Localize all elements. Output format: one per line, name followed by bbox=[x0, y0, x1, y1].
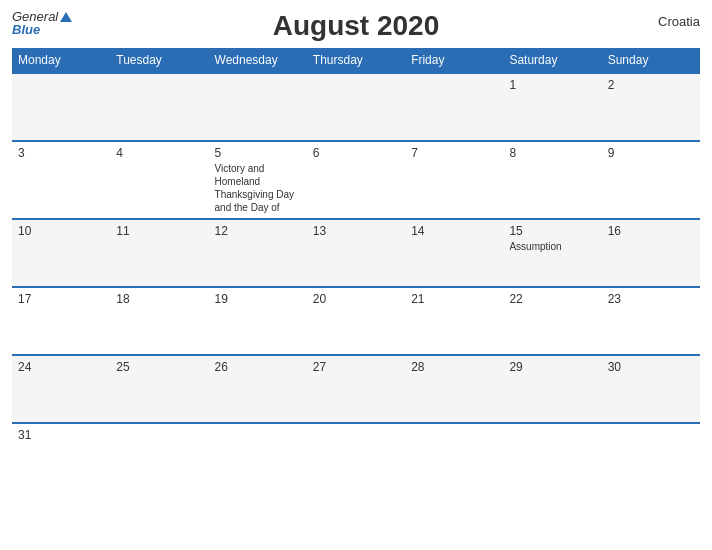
day-number: 28 bbox=[411, 360, 497, 374]
table-row: 31 bbox=[12, 423, 110, 491]
table-row bbox=[12, 73, 110, 141]
day-number: 7 bbox=[411, 146, 497, 160]
day-number: 12 bbox=[215, 224, 301, 238]
table-row bbox=[209, 73, 307, 141]
day-number: 9 bbox=[608, 146, 694, 160]
table-row bbox=[209, 423, 307, 491]
table-row bbox=[307, 423, 405, 491]
day-number: 30 bbox=[608, 360, 694, 374]
table-row: 6 bbox=[307, 141, 405, 219]
table-row: 17 bbox=[12, 287, 110, 355]
table-row: 29 bbox=[503, 355, 601, 423]
table-row: 5Victory and Homeland Thanksgiving Day a… bbox=[209, 141, 307, 219]
day-number: 27 bbox=[313, 360, 399, 374]
day-number: 31 bbox=[18, 428, 104, 442]
logo-blue-text: Blue bbox=[12, 23, 72, 36]
table-row: 16 bbox=[602, 219, 700, 287]
event-text: Victory and Homeland Thanksgiving Day an… bbox=[215, 162, 301, 214]
table-row bbox=[503, 423, 601, 491]
table-row: 4 bbox=[110, 141, 208, 219]
header-tuesday: Tuesday bbox=[110, 48, 208, 73]
table-row: 13 bbox=[307, 219, 405, 287]
day-number: 8 bbox=[509, 146, 595, 160]
table-row bbox=[405, 423, 503, 491]
table-row: 12 bbox=[209, 219, 307, 287]
day-number: 1 bbox=[509, 78, 595, 92]
header-saturday: Saturday bbox=[503, 48, 601, 73]
day-number: 22 bbox=[509, 292, 595, 306]
calendar-week-row: 12 bbox=[12, 73, 700, 141]
table-row: 14 bbox=[405, 219, 503, 287]
table-row: 30 bbox=[602, 355, 700, 423]
header-wednesday: Wednesday bbox=[209, 48, 307, 73]
table-row: 7 bbox=[405, 141, 503, 219]
table-row bbox=[602, 423, 700, 491]
day-number: 15 bbox=[509, 224, 595, 238]
table-row: 2 bbox=[602, 73, 700, 141]
country-label: Croatia bbox=[658, 14, 700, 29]
table-row: 3 bbox=[12, 141, 110, 219]
calendar-week-row: 345Victory and Homeland Thanksgiving Day… bbox=[12, 141, 700, 219]
table-row: 11 bbox=[110, 219, 208, 287]
day-number: 19 bbox=[215, 292, 301, 306]
month-title: August 2020 bbox=[273, 10, 440, 42]
calendar-week-row: 24252627282930 bbox=[12, 355, 700, 423]
table-row: 27 bbox=[307, 355, 405, 423]
day-number: 29 bbox=[509, 360, 595, 374]
day-number: 6 bbox=[313, 146, 399, 160]
table-row: 9 bbox=[602, 141, 700, 219]
day-number: 23 bbox=[608, 292, 694, 306]
table-row: 22 bbox=[503, 287, 601, 355]
day-number: 14 bbox=[411, 224, 497, 238]
table-row: 25 bbox=[110, 355, 208, 423]
table-row: 28 bbox=[405, 355, 503, 423]
table-row: 19 bbox=[209, 287, 307, 355]
calendar-container: General Blue August 2020 Croatia Monday … bbox=[0, 0, 712, 550]
day-number: 5 bbox=[215, 146, 301, 160]
logo-triangle-icon bbox=[60, 12, 72, 22]
header-friday: Friday bbox=[405, 48, 503, 73]
table-row: 1 bbox=[503, 73, 601, 141]
table-row: 24 bbox=[12, 355, 110, 423]
day-number: 11 bbox=[116, 224, 202, 238]
day-number: 24 bbox=[18, 360, 104, 374]
table-row: 10 bbox=[12, 219, 110, 287]
table-row bbox=[110, 423, 208, 491]
table-row: 21 bbox=[405, 287, 503, 355]
day-number: 13 bbox=[313, 224, 399, 238]
day-number: 16 bbox=[608, 224, 694, 238]
day-number: 10 bbox=[18, 224, 104, 238]
day-number: 18 bbox=[116, 292, 202, 306]
header-sunday: Sunday bbox=[602, 48, 700, 73]
table-row bbox=[405, 73, 503, 141]
day-number: 25 bbox=[116, 360, 202, 374]
table-row: 23 bbox=[602, 287, 700, 355]
logo: General Blue bbox=[12, 10, 72, 36]
table-row bbox=[110, 73, 208, 141]
table-row bbox=[307, 73, 405, 141]
header-monday: Monday bbox=[12, 48, 110, 73]
day-number: 3 bbox=[18, 146, 104, 160]
day-number: 4 bbox=[116, 146, 202, 160]
table-row: 26 bbox=[209, 355, 307, 423]
weekday-header-row: Monday Tuesday Wednesday Thursday Friday… bbox=[12, 48, 700, 73]
calendar-table: Monday Tuesday Wednesday Thursday Friday… bbox=[12, 48, 700, 491]
header-thursday: Thursday bbox=[307, 48, 405, 73]
day-number: 26 bbox=[215, 360, 301, 374]
day-number: 21 bbox=[411, 292, 497, 306]
table-row: 18 bbox=[110, 287, 208, 355]
calendar-week-row: 31 bbox=[12, 423, 700, 491]
calendar-week-row: 101112131415Assumption16 bbox=[12, 219, 700, 287]
table-row: 20 bbox=[307, 287, 405, 355]
table-row: 15Assumption bbox=[503, 219, 601, 287]
calendar-header: General Blue August 2020 Croatia bbox=[12, 10, 700, 42]
event-text: Assumption bbox=[509, 240, 595, 253]
day-number: 2 bbox=[608, 78, 694, 92]
day-number: 17 bbox=[18, 292, 104, 306]
table-row: 8 bbox=[503, 141, 601, 219]
day-number: 20 bbox=[313, 292, 399, 306]
calendar-week-row: 17181920212223 bbox=[12, 287, 700, 355]
